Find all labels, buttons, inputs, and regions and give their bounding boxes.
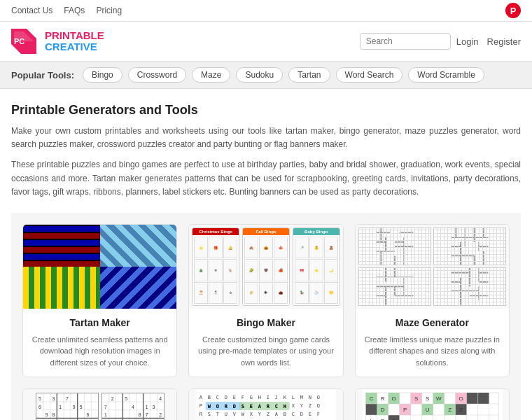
logo-text: PRINTABLE CREATIVE: [45, 30, 104, 53]
cards-grid: Tartan Maker Create unlimited seamless p…: [11, 213, 521, 420]
wordsearch-image: ABCDE FGHIJ KLMNO PWORD SEARC HXYZQ RSTU…: [189, 389, 342, 420]
contact-link[interactable]: Contact Us: [11, 6, 52, 15]
bingo-card-body: Bingo Maker Create customized bingo game…: [189, 309, 342, 377]
tool-wordscramble[interactable]: Word Scramble: [408, 67, 484, 83]
svg-text:D: D: [300, 412, 303, 417]
bingo-desc: Create customized bingo game cards using…: [197, 334, 334, 369]
description-1: Make your own custom printables and work…: [11, 125, 521, 151]
svg-text:C: C: [216, 395, 219, 400]
tartan-card[interactable]: Tartan Maker Create unlimited seamless p…: [22, 224, 177, 378]
svg-text:2: 2: [159, 413, 162, 418]
bingo-title: Bingo Maker: [197, 317, 334, 328]
register-link[interactable]: Register: [487, 36, 521, 47]
svg-text:1: 1: [104, 413, 107, 418]
maze-title: Maze Generator: [364, 317, 500, 328]
svg-text:L: L: [292, 395, 295, 400]
maze-cell-3: [358, 267, 431, 306]
pricing-link[interactable]: Pricing: [96, 6, 122, 15]
svg-text:5: 5: [38, 396, 41, 401]
login-link[interactable]: Login: [456, 36, 479, 47]
logo-icon: PC: [11, 29, 36, 54]
svg-text:3: 3: [152, 405, 155, 410]
faqs-link[interactable]: FAQs: [64, 6, 85, 15]
tools-bar: Popular Tools: Bingo Crossword Maze Sudo…: [0, 62, 532, 89]
svg-text:7: 7: [66, 396, 69, 401]
svg-text:C: C: [275, 404, 278, 410]
tool-maze[interactable]: Maze: [192, 67, 230, 83]
svg-rect-214: [477, 393, 489, 404]
svg-text:C: C: [369, 396, 373, 402]
svg-rect-4: [451, 228, 489, 265]
main-content: Printable Generators and Tools Make your…: [0, 89, 532, 420]
svg-rect-3: [376, 228, 413, 265]
tool-sudoku[interactable]: Sudoku: [236, 67, 283, 83]
svg-text:U: U: [425, 407, 429, 413]
top-nav-bar: Contact Us FAQs Pricing P: [0, 0, 532, 22]
svg-text:9: 9: [73, 405, 76, 410]
svg-text:P: P: [200, 403, 202, 409]
header-right: Login Register: [360, 33, 521, 50]
svg-text:E: E: [250, 404, 253, 410]
tartan-image: [23, 225, 176, 309]
svg-rect-192: [239, 402, 290, 410]
logo-brand-bottom: CREATIVE: [45, 41, 104, 53]
svg-rect-187: [206, 402, 242, 410]
site-logo[interactable]: PC PRINTABLE CREATIVE: [11, 29, 104, 54]
svg-text:8: 8: [52, 413, 55, 418]
wordsearch-card[interactable]: ABCDE FGHIJ KLMNO PWORD SEARC HXYZQ RSTU…: [188, 388, 343, 420]
svg-text:5: 5: [125, 396, 127, 401]
tool-tartan[interactable]: Tartan: [288, 67, 330, 83]
maze-card[interactable]: Maze Generator Create limitless unique m…: [355, 224, 510, 378]
svg-text:U: U: [225, 412, 227, 417]
svg-text:6: 6: [86, 413, 89, 418]
svg-text:S: S: [414, 396, 418, 402]
svg-rect-5: [376, 268, 413, 305]
pinterest-icon[interactable]: P: [505, 3, 521, 18]
svg-text:P: P: [403, 407, 407, 413]
svg-text:2: 2: [111, 396, 113, 401]
maze-cell-4: [433, 267, 506, 306]
svg-rect-215: [365, 404, 377, 415]
svg-text:S: S: [241, 404, 244, 410]
svg-text:F: F: [241, 395, 244, 400]
svg-text:I: I: [267, 395, 270, 400]
svg-text:B: B: [284, 412, 286, 417]
svg-text:R: R: [380, 396, 384, 402]
maze-image: [356, 225, 509, 309]
sudoku-card[interactable]: 537 6195 986 863 4831 726 628 4195 879: [22, 388, 177, 420]
description-2: These printable puzzles and bingo games …: [11, 158, 521, 199]
svg-text:O: O: [458, 396, 463, 402]
bingo-image: Christmas Bingo ⭐🎁🔔 🎄❄🦌 🎅⛄🕯 Fall Bingo 🍂…: [189, 225, 342, 309]
svg-text:J: J: [275, 395, 278, 400]
search-input[interactable]: [360, 33, 451, 50]
tool-crossword[interactable]: Crossword: [128, 67, 186, 83]
sudoku-image: 537 6195 986 863 4831 726 628 4195 879: [23, 389, 176, 420]
svg-text:S: S: [208, 412, 211, 417]
tartan-title: Tartan Maker: [31, 317, 168, 328]
svg-text:D: D: [380, 407, 384, 413]
page-title: Printable Generators and Tools: [11, 103, 521, 118]
svg-text:W: W: [436, 396, 442, 402]
tool-wordsearch[interactable]: Word Search: [336, 67, 403, 83]
svg-text:Z: Z: [309, 403, 312, 409]
maze-desc: Create limitless unique maze puzzles in …: [364, 334, 500, 369]
tartan-desc: Create unlimited seamless patterns and d…: [31, 334, 168, 369]
svg-rect-6: [451, 268, 489, 305]
svg-text:1: 1: [59, 405, 62, 410]
svg-text:4: 4: [159, 396, 162, 401]
svg-text:O: O: [317, 395, 320, 400]
tartan-card-body: Tartan Maker Create unlimited seamless p…: [23, 309, 176, 377]
svg-text:9: 9: [45, 413, 48, 418]
bingo-card[interactable]: Christmas Bingo ⭐🎁🔔 🎄❄🦌 🎅⛄🕯 Fall Bingo 🍂…: [188, 224, 343, 378]
crossword-image: CRO SSWO DPUZZ LES: [356, 389, 509, 420]
logo-brand-top: PRINTABLE: [45, 30, 104, 42]
svg-text:4: 4: [132, 405, 134, 410]
tool-bingo[interactable]: Bingo: [83, 67, 122, 83]
site-header: PC PRINTABLE CREATIVE Login Register: [0, 22, 532, 62]
maze-cell-2: [433, 227, 506, 266]
crossword-card[interactable]: CRO SSWO DPUZZ LES Crossword Design your…: [355, 388, 510, 420]
popular-tools-label: Popular Tools:: [11, 70, 74, 80]
svg-text:Z: Z: [448, 407, 451, 413]
svg-text:8: 8: [139, 413, 141, 418]
svg-text:Z: Z: [267, 412, 270, 417]
